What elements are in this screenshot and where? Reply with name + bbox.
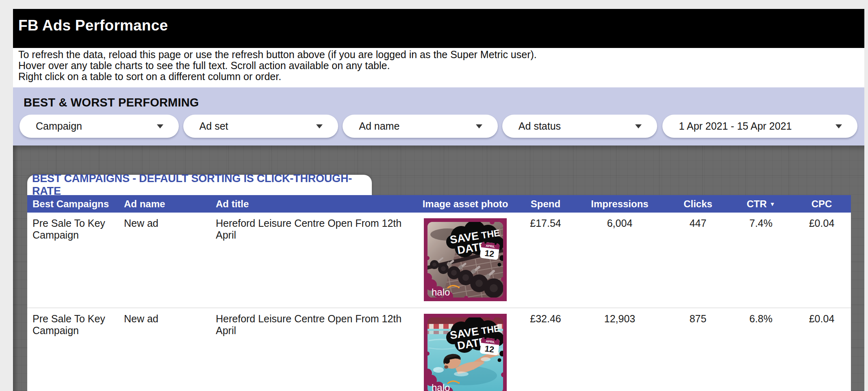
cell-impressions: 6,004 [573,213,666,229]
dashboard-window: FB Ads Performance To refresh the data, … [13,9,864,391]
filter-campaign-label: Campaign [36,120,82,132]
chevron-down-icon [316,124,323,128]
col-header-cpc[interactable]: CPC [792,198,851,210]
col-header-ctr-label: CTR [746,198,766,209]
halo-logo-text: halo [432,382,450,391]
filter-section-heading: BEST & WORST PERFORMING [20,96,857,109]
filter-bar: BEST & WORST PERFORMING Campaign Ad set … [13,87,864,146]
instruction-line: Right click on a table to sort on a diff… [18,71,864,82]
cell-image: SAVE THE DATE APRIL 12 [412,308,518,391]
table-row[interactable]: Pre Sale To Key Campaign New ad Hereford… [27,213,851,308]
dashboard-canvas: BEST CAMPAIGNS - DEFAULT SORTING IS CLIC… [13,146,864,391]
cell-ad-name: New ad [119,308,210,325]
chevron-down-icon [835,124,842,128]
cell-ad-title: Hereford Leisure Centre Open From 12th A… [210,308,412,337]
cell-spend: £32.46 [518,308,573,325]
filter-campaign-dropdown[interactable]: Campaign [20,115,179,138]
ad-image-swimmer: SAVE THE DATE APRIL 12 [424,314,507,391]
chevron-down-icon [476,124,482,128]
cell-clicks: 447 [666,213,729,229]
filter-pills: Campaign Ad set Ad name Ad status 1 Apr … [20,115,857,138]
cell-clicks: 875 [666,308,729,325]
cell-ctr: 6.8% [729,308,792,325]
col-header-ctr[interactable]: CTR▼ [729,198,792,210]
cell-campaign: Pre Sale To Key Campaign [27,308,119,337]
col-header-best-campaigns[interactable]: Best Campaigns [27,198,119,210]
halo-logo-text: halo [432,287,450,298]
cell-ctr: 7.4% [729,213,792,229]
page-title: FB Ads Performance [18,17,864,34]
instruction-line: To refresh the data, reload this page or… [18,49,864,60]
cell-campaign: Pre Sale To Key Campaign [27,213,119,241]
cell-cpc: £0.04 [792,213,851,229]
col-header-spend[interactable]: Spend [518,198,573,210]
calendar-day-text: 12 [484,248,495,259]
col-header-ad-name[interactable]: Ad name [119,198,210,210]
calendar-day-text: 12 [484,344,495,354]
table-header-row: Best Campaigns Ad name Ad title Image as… [27,195,851,213]
chevron-down-icon [635,124,642,128]
filter-ad-set-dropdown[interactable]: Ad set [183,115,339,138]
filter-ad-status-dropdown[interactable]: Ad status [502,115,658,138]
chevron-down-icon [157,124,163,128]
col-header-image-asset-photo[interactable]: Image asset photo [412,198,518,210]
instruction-line: Hover over any table charts to see the f… [18,60,864,71]
best-campaigns-title: BEST CAMPAIGNS - DEFAULT SORTING IS CLIC… [32,172,372,198]
cell-impressions: 12,903 [573,308,666,325]
col-header-clicks[interactable]: Clicks [666,198,729,210]
filter-ad-set-label: Ad set [200,120,228,132]
filter-ad-name-dropdown[interactable]: Ad name [343,115,498,138]
best-campaigns-card: BEST CAMPAIGNS - DEFAULT SORTING IS CLIC… [27,175,851,391]
best-campaigns-tab: BEST CAMPAIGNS - DEFAULT SORTING IS CLIC… [27,175,372,195]
ad-image-gym-dumbbells: SAVE THE DATE APRIL 12 [424,218,507,301]
col-header-impressions[interactable]: Impressions [573,198,666,210]
col-header-ad-title[interactable]: Ad title [210,198,412,210]
sort-descending-icon: ▼ [770,201,775,207]
cell-ad-name: New ad [119,213,210,229]
date-range-label: 1 Apr 2021 - 15 Apr 2021 [679,120,792,132]
table-row[interactable]: Pre Sale To Key Campaign New ad Hereford… [27,308,851,391]
date-range-dropdown[interactable]: 1 Apr 2021 - 15 Apr 2021 [662,115,857,138]
cell-image: SAVE THE DATE APRIL 12 [412,213,518,301]
filter-ad-name-label: Ad name [359,120,399,132]
cell-spend: £17.54 [518,213,573,229]
cell-cpc: £0.04 [792,308,851,325]
title-bar: FB Ads Performance [13,9,864,48]
instructions-panel: To refresh the data, reload this page or… [13,48,864,87]
filter-ad-status-label: Ad status [519,120,561,132]
cell-ad-title: Hereford Leisure Centre Open From 12th A… [210,213,412,241]
